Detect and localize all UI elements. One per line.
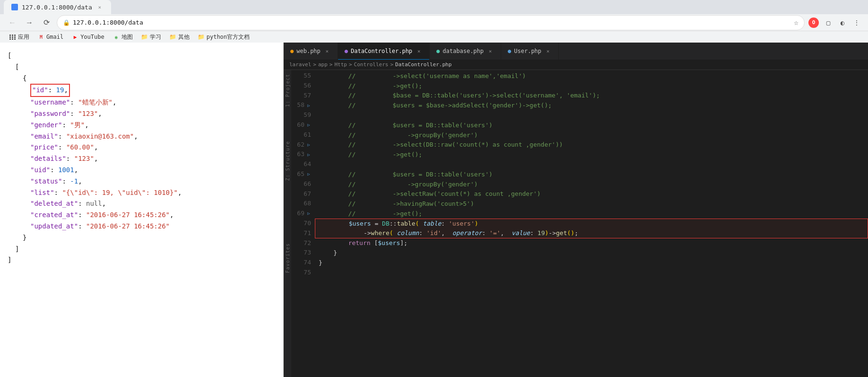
bookmark-gmail[interactable]: M Gmail: [34, 31, 67, 43]
json-uid-line: "uid": 1001,: [30, 165, 276, 176]
browser-tabs: 127.0.0.1:8000/data ×: [0, 0, 868, 14]
comment-61: // ->groupBy('gender'): [319, 132, 478, 139]
gmail-label: Gmail: [46, 34, 63, 40]
back-button[interactable]: ←: [6, 16, 19, 29]
maps-label: 地图: [122, 33, 133, 41]
code-line-66: // ->groupBy('gender'): [315, 179, 868, 189]
bookmark-other[interactable]: 📁 其他: [166, 31, 193, 43]
breadcrumb-file: DataController.php: [395, 61, 451, 68]
code-71-param-val: value: [508, 229, 530, 237]
ln-73: 73: [295, 248, 311, 258]
json-created-line: "created_at": "2016-06-27 16:45:26",: [30, 210, 276, 221]
code-line-75: [315, 268, 868, 278]
code-71-param-op: operator: [449, 229, 482, 237]
tab-close-button[interactable]: ×: [96, 3, 104, 11]
apps-grid-icon: [9, 34, 16, 40]
lock-icon: 🔒: [63, 19, 70, 26]
gutter-icon-65: ▷: [306, 172, 311, 176]
ln-66: 66: [295, 179, 311, 189]
code-line-56: // ->get();: [315, 81, 868, 91]
forward-button[interactable]: →: [23, 16, 36, 29]
code-71-col-val: 'id': [426, 229, 441, 237]
tab-datacontroller-php[interactable]: ● DataController.php ×: [338, 43, 430, 60]
refresh-button[interactable]: ⟳: [40, 16, 53, 29]
editor-tabs-bar: ● web.php × ● DataController.php × ● dat…: [284, 43, 868, 60]
code-70-var: $users: [349, 220, 371, 227]
json-gender-line: "gender": "男",: [30, 120, 276, 131]
code-72-users: $users: [378, 239, 400, 246]
bookmark-apps[interactable]: 应用: [6, 31, 33, 43]
tab-datacontroller-close[interactable]: ×: [415, 47, 423, 55]
tab-database-close[interactable]: ×: [486, 47, 494, 55]
ln-69: 69▷: [295, 209, 311, 219]
code-line-70: $users = DB::table( table: 'users'): [315, 219, 868, 228]
breadcrumb: laravel > app > Http > Controllers > Dat…: [284, 60, 868, 70]
php-file-icon: ●: [345, 48, 348, 54]
breadcrumb-controllers: Controllers: [354, 61, 389, 68]
ln-57: 57: [295, 91, 311, 101]
gmail-icon: M: [38, 34, 44, 40]
code-line-73: }: [315, 248, 868, 258]
apps-label: 应用: [18, 33, 29, 41]
comment-57: // $base = DB::table('users')->select('u…: [319, 92, 600, 99]
json-close-obj: }: [23, 232, 276, 244]
line-numbers: 55 56 57 58▷ 59 60▷ 61 62▷ 63▷ 64 65▷ 66…: [291, 70, 315, 377]
ln-58: 58▷: [295, 100, 311, 110]
python-label: python官方文档: [207, 33, 250, 41]
code-line-69: // ->get();: [315, 209, 868, 219]
code-71-param-col: column: [393, 229, 419, 237]
code-line-59: [315, 110, 868, 120]
browser-tab-active[interactable]: 127.0.0.1:8000/data ×: [4, 0, 111, 14]
code-line-58: // $users = $base->addSelect('gender')->…: [315, 100, 868, 110]
code-line-64: [315, 159, 868, 169]
settings-icon[interactable]: ⋮: [851, 17, 862, 28]
ln-71: 71: [295, 228, 311, 238]
code-line-62: // ->select(DB::raw('count(*) as count ,…: [315, 140, 868, 150]
address-bar[interactable]: 🔒 127.0.0.1:8000/data ☆: [57, 15, 805, 30]
bookmark-study[interactable]: 📁 学习: [138, 31, 165, 43]
comment-68: // ->havingRaw('count>5'): [319, 200, 474, 207]
structure-label: Z: Structure: [285, 141, 290, 181]
code-72-return: return: [348, 239, 371, 246]
breadcrumb-http: Http: [334, 61, 347, 68]
comment-56: // ->get();: [319, 82, 422, 89]
tab-database-label: database.php: [443, 48, 484, 54]
tab-user-close[interactable]: ×: [544, 47, 552, 55]
json-list-line: "list": "{\"id\": 19, \"uid\": 1010}",: [30, 187, 276, 199]
ln-74: 74: [295, 258, 311, 268]
json-details-line: "details": "123",: [30, 153, 276, 165]
study-folder-icon: 📁: [141, 34, 148, 40]
gutter-icon-60: ▷: [306, 123, 311, 127]
code-area: 55 56 57 58▷ 59 60▷ 61 62▷ 63▷ 64 65▷ 66…: [291, 70, 868, 377]
bookmark-star-icon[interactable]: ☆: [794, 18, 799, 27]
comment-62: // ->select(DB::raw('count(*) as count ,…: [319, 141, 563, 148]
tab-database-php[interactable]: ● database.php ×: [430, 43, 501, 60]
browser-toolbar: ← → ⟳ 🔒 127.0.0.1:8000/data ☆ O ▢ ◐ ⋮: [0, 14, 868, 31]
ln-61: 61: [295, 130, 311, 140]
extensions-icon[interactable]: ▢: [823, 17, 834, 28]
code-71-num-val: 19: [538, 229, 545, 237]
tab-favicon: [11, 4, 18, 10]
bookmarks-bar: 应用 M Gmail ▶ YouTube ◉ 地图 📁 学习 📁 其他 📁 py…: [0, 31, 868, 43]
ln-72: 72: [295, 238, 311, 248]
code-line-55: // ->select('username as name','email'): [315, 71, 868, 81]
breadcrumb-laravel: laravel: [289, 61, 311, 68]
tab-label: 127.0.0.1:8000/data: [22, 4, 92, 11]
bookmark-python[interactable]: 📁 python官方文档: [194, 31, 253, 43]
tab-user-label: User.php: [514, 48, 541, 54]
tab-user-php[interactable]: ● User.php ×: [501, 43, 559, 60]
code-content: // ->select('username as name','email') …: [315, 70, 868, 377]
comment-60: // $users = DB::table('users'): [319, 122, 493, 129]
code-line-74: }: [315, 258, 868, 268]
comment-67: // ->selectRaw('count(*) as count ,gende…: [319, 190, 541, 197]
tab-web-close[interactable]: ×: [323, 47, 331, 55]
bookmark-youtube[interactable]: ▶ YouTube: [68, 31, 108, 43]
project-label: 1: Project: [285, 74, 290, 107]
code-70-func: table: [397, 220, 415, 227]
code-70-class: DB: [382, 220, 390, 227]
json-close-arr2: ]: [8, 254, 276, 266]
gutter-icon-62: ▷: [306, 142, 311, 147]
tab-web-php[interactable]: ● web.php ×: [284, 43, 338, 60]
profile-icon[interactable]: ◐: [837, 17, 848, 28]
bookmark-maps[interactable]: ◉ 地图: [109, 31, 137, 43]
